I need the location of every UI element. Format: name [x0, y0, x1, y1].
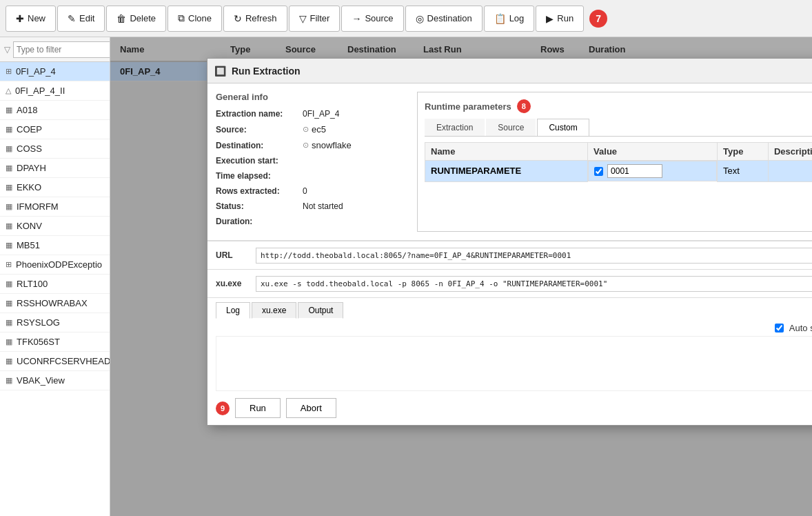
list-item[interactable]: ▦ MB51 — [0, 236, 110, 255]
destination-value: ⊙ snowflake — [303, 140, 352, 150]
list-item[interactable]: ▦ COSS — [0, 139, 110, 159]
item-icon: ▦ — [6, 125, 12, 134]
autoscroll-checkbox[interactable] — [775, 324, 784, 333]
main-layout: ▽ ▲ ⊞ 0FI_AP_4 △ 0FI_AP_4_II ▦ A018 ▦ CO… — [0, 37, 812, 516]
status-row: Status: Not started — [216, 201, 409, 211]
source-value: ⊙ ec5 — [303, 124, 326, 135]
run-icon: ▶ — [546, 13, 554, 24]
list-item[interactable]: ▦ COEP — [0, 120, 110, 139]
param-row[interactable]: RUNTIMEPARAMETE Text — [425, 161, 813, 182]
log-button[interactable]: 📋 Log — [484, 6, 535, 32]
item-icon: ▦ — [6, 202, 12, 211]
item-icon: ▦ — [6, 221, 12, 230]
list-item[interactable]: ▦ EKKO — [0, 178, 110, 197]
param-desc-cell — [768, 161, 812, 182]
time-elapsed-row: Time elapsed: — [216, 171, 409, 181]
toolbar-badge: 7 — [589, 10, 607, 28]
source-row: Source: ⊙ ec5 — [216, 124, 409, 135]
extraction-name-label: Extraction name: — [216, 109, 298, 119]
clone-button[interactable]: ⧉ Clone — [168, 6, 222, 32]
refresh-button[interactable]: ↻ Refresh — [223, 6, 287, 32]
run-button[interactable]: Run — [235, 398, 281, 418]
xuexe-label: xu.exe — [216, 279, 250, 288]
modal-title-icon: 🔲 — [214, 66, 226, 77]
filter-input[interactable] — [13, 41, 110, 58]
log-icon: 📋 — [494, 13, 506, 24]
list-item[interactable]: ▦ IFMORFM — [0, 197, 110, 217]
col-description-th: Description — [768, 143, 812, 161]
log-tabs-row: Log xu.exe Output — [207, 297, 812, 319]
item-icon: ▦ — [6, 357, 12, 366]
extraction-name-value: 0FI_AP_4 — [303, 109, 339, 119]
source-icon: → — [352, 13, 361, 24]
list-item[interactable]: ▦ VBAK_View — [0, 371, 110, 390]
status-label: Status: — [216, 201, 298, 211]
runtime-params-badge: 8 — [517, 99, 531, 113]
xuexe-value: xu.exe -s todd.theobald.local -p 8065 -n… — [256, 276, 812, 292]
abort-button[interactable]: Abort — [286, 398, 336, 418]
tab-extraction[interactable]: Extraction — [425, 119, 485, 136]
log-tab-log[interactable]: Log — [216, 302, 250, 319]
tab-source[interactable]: Source — [486, 119, 536, 136]
item-icon: ▦ — [6, 376, 12, 385]
filter-row: ▽ ▲ — [0, 37, 110, 62]
param-checkbox[interactable] — [594, 167, 603, 176]
item-icon: ▦ — [6, 106, 12, 115]
extraction-name-row: Extraction name: 0FI_AP_4 — [216, 109, 409, 119]
refresh-icon: ↻ — [234, 13, 242, 24]
edit-button[interactable]: ✎ Edit — [57, 6, 105, 32]
item-icon: ▦ — [6, 144, 12, 153]
item-icon: △ — [6, 86, 11, 95]
rows-extracted-label: Rows extracted: — [216, 186, 298, 196]
tab-custom[interactable]: Custom — [537, 119, 589, 136]
filter-button[interactable]: ▽ Filter — [289, 6, 341, 32]
modal-title: Run Extraction — [232, 66, 812, 77]
filter-icon: ▽ — [299, 13, 307, 24]
duration-label: Duration: — [216, 217, 298, 226]
item-icon: ▦ — [6, 299, 12, 308]
list-item[interactable]: ▦ DPAYH — [0, 159, 110, 178]
filter-icon-small: ▽ — [4, 45, 10, 54]
list-item[interactable]: ▦ TFK056ST — [0, 333, 110, 352]
destination-button[interactable]: ◎ Destination — [405, 6, 483, 32]
source-label: Source: — [216, 125, 298, 135]
modal-body: General info Extraction name: 0FI_AP_4 S… — [207, 83, 812, 241]
status-value: Not started — [303, 201, 343, 211]
param-value-cell[interactable] — [588, 161, 717, 181]
log-tab-xuexe[interactable]: xu.exe — [252, 302, 296, 319]
dropdown-icon2: ⊙ — [303, 141, 309, 150]
toolbar: ✚ New ✎ Edit 🗑 Delete ⧉ Clone ↻ Refresh … — [0, 0, 812, 37]
run-toolbar-button[interactable]: ▶ Run — [536, 6, 584, 32]
list-item[interactable]: ⊞ PhoenixODPExceptio — [0, 255, 110, 275]
param-name-cell: RUNTIMEPARAMETE — [425, 161, 588, 182]
list-item[interactable]: ▦ RLT100 — [0, 275, 110, 294]
runtime-params-panel: Runtime parameters 8 Extraction Source C… — [417, 92, 812, 232]
params-table: Name Value Type Description RUNTIMEPARAM… — [425, 142, 812, 182]
list-item[interactable]: ▦ RSSHOWRABAX — [0, 294, 110, 313]
destination-label: Destination: — [216, 141, 298, 150]
new-button[interactable]: ✚ New — [6, 6, 56, 32]
param-value-input[interactable] — [607, 164, 662, 178]
log-tab-output[interactable]: Output — [298, 302, 343, 319]
col-name-th: Name — [425, 143, 588, 161]
list-item[interactable]: ▦ KONV — [0, 217, 110, 236]
list-item[interactable]: ⊞ 0FI_AP_4 — [0, 62, 110, 81]
list-item[interactable]: ▦ RSYSLOG — [0, 313, 110, 333]
destination-icon: ◎ — [416, 13, 424, 24]
source-button[interactable]: → Source — [341, 6, 403, 32]
url-label: URL — [216, 250, 250, 260]
footer-left: 9 Run Abort — [216, 398, 336, 418]
run-extraction-modal: 🔲 Run Extraction — □ ✕ General info Extr… — [207, 58, 812, 426]
runtime-params-title: Runtime parameters — [425, 101, 511, 112]
list-item[interactable]: △ 0FI_AP_4_II — [0, 81, 110, 101]
modal-footer: 9 Run Abort Close — [207, 391, 812, 425]
delete-button[interactable]: 🗑 Delete — [106, 6, 166, 32]
col-value-th: Value — [588, 143, 718, 161]
general-info-title: General info — [216, 92, 409, 102]
list-item[interactable]: ▦ UCONRFCSERVHEAD — [0, 352, 110, 371]
modal-titlebar: 🔲 Run Extraction — □ ✕ — [207, 59, 812, 83]
list-item[interactable]: ▦ A018 — [0, 101, 110, 120]
item-icon: ▦ — [6, 241, 12, 250]
destination-row: Destination: ⊙ snowflake — [216, 140, 409, 150]
url-row: URL http://todd.theobald.local:8065/?nam… — [207, 241, 812, 269]
